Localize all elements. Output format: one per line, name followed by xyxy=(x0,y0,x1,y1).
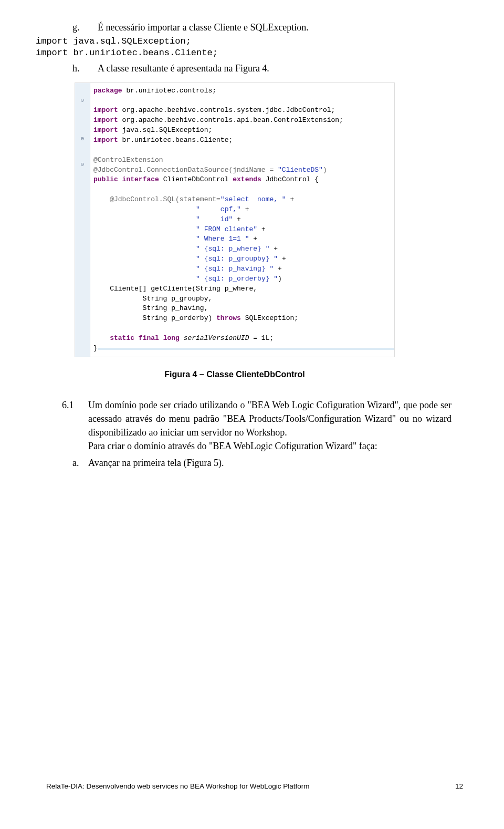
kw: import xyxy=(93,116,118,124)
code-text: } xyxy=(93,344,98,352)
annotation: ) xyxy=(323,166,327,174)
kw: public interface xyxy=(93,175,159,183)
paragraph: Um domínio pode ser criado utilizando o … xyxy=(88,398,452,439)
numbered-section: 6.1 Um domínio pode ser criado utilizand… xyxy=(62,398,452,470)
string: id" xyxy=(200,215,233,223)
code-text: = 1L; xyxy=(249,334,274,342)
code-screenshot: ⊖⊖⊖ package br.uniriotec.controls; impor… xyxy=(75,82,395,357)
string: " xyxy=(196,245,200,253)
code-text: serialVersionUID xyxy=(180,334,249,342)
annotation: @JdbcControl.SQL(statement= xyxy=(93,195,220,203)
annotation: @JdbcControl.ConnectionDataSource(jndiNa… xyxy=(93,166,278,174)
list-item-h: h. A classe resultante é apresentada na … xyxy=(62,62,452,75)
op: + xyxy=(233,215,241,223)
code-text: String p_groupby, xyxy=(93,295,212,303)
paragraph: Para criar o domínio através do "BEA Web… xyxy=(88,439,452,453)
list-text: É necessário importar a classe Cliente e… xyxy=(98,21,452,34)
code-text: org.apache.beehive.controls.api.bean.Con… xyxy=(118,116,343,124)
op: + xyxy=(241,205,249,213)
string: {sql: p_where} " xyxy=(200,245,270,253)
list-marker: g. xyxy=(62,21,98,34)
page-number: 12 xyxy=(455,782,463,790)
kw: throws xyxy=(216,314,241,322)
string: cpf," xyxy=(200,205,241,213)
list-marker: a. xyxy=(72,456,88,470)
op: ) xyxy=(278,275,282,283)
kw: static final long xyxy=(110,334,180,342)
string: " xyxy=(196,275,200,283)
list-text: Avançar na primeira tela (Figura 5). xyxy=(88,456,224,470)
op: + xyxy=(249,235,257,243)
string: " xyxy=(196,215,200,223)
code-text: br.uniriotec.controls; xyxy=(122,87,216,95)
op: + xyxy=(286,195,295,203)
list-marker: h. xyxy=(62,62,98,75)
code-line: import br.uniriotec.beans.Cliente; xyxy=(36,47,452,59)
code-text: Cliente[] getCliente(String p_where, xyxy=(93,285,257,293)
inline-code-block: import java.sql.SQLException; import br.… xyxy=(36,36,452,59)
annotation: @ControlExtension xyxy=(93,156,163,164)
kw: package xyxy=(93,87,122,95)
code-text: String p_having, xyxy=(93,304,208,312)
string: {sql: p_groupby} " xyxy=(200,255,278,263)
string: FROM cliente" xyxy=(200,225,257,233)
string: "select nome, " xyxy=(220,195,286,203)
code-text: ClienteDbControl xyxy=(159,175,233,183)
code-text: JdbcControl { xyxy=(261,175,319,183)
string: " xyxy=(196,205,200,213)
code-text: org.apache.beehive.controls.system.jdbc.… xyxy=(118,106,335,114)
footer-title: RelaTe-DIA: Desenvolvendo web services n… xyxy=(46,782,309,790)
code-line: import java.sql.SQLException; xyxy=(36,36,452,47)
kw: import xyxy=(93,106,118,114)
editor-gutter: ⊖⊖⊖ xyxy=(75,83,90,357)
code-text: SQLException; xyxy=(241,314,298,322)
list-text: A classe resultante é apresentada na Fig… xyxy=(98,62,452,75)
list-item-g: g. É necessário importar a classe Client… xyxy=(62,21,452,34)
string: " xyxy=(196,225,200,233)
op: + xyxy=(274,265,282,273)
string: " xyxy=(196,255,200,263)
kw: import xyxy=(93,136,118,144)
figure-caption: Figura 4 – Classe ClienteDbControl xyxy=(75,370,395,379)
string: Where 1=1 " xyxy=(200,235,249,243)
editor-code-area: package br.uniriotec.controls; import or… xyxy=(90,83,394,357)
string: " xyxy=(196,265,200,273)
figure-block: ⊖⊖⊖ package br.uniriotec.controls; impor… xyxy=(75,82,452,379)
code-text: java.sql.SQLException; xyxy=(118,126,212,134)
kw: extends xyxy=(233,175,261,183)
page-footer: RelaTe-DIA: Desenvolvendo web services n… xyxy=(46,782,463,790)
code-text: String p_orderby) xyxy=(93,314,216,322)
string: {sql: p_orderby} " xyxy=(200,275,278,283)
op: + xyxy=(278,255,286,263)
string: {sql: p_having} " xyxy=(200,265,274,273)
string: "ClienteDS" xyxy=(278,166,323,174)
kw: import xyxy=(93,126,118,134)
op: + xyxy=(257,225,266,233)
code-text: br.uniriotec.beans.Cliente; xyxy=(118,136,233,144)
sub-list-item: a. Avançar na primeira tela (Figura 5). xyxy=(88,456,452,470)
op: + xyxy=(269,245,278,253)
string: " xyxy=(196,235,200,243)
highlight-line xyxy=(98,348,394,350)
